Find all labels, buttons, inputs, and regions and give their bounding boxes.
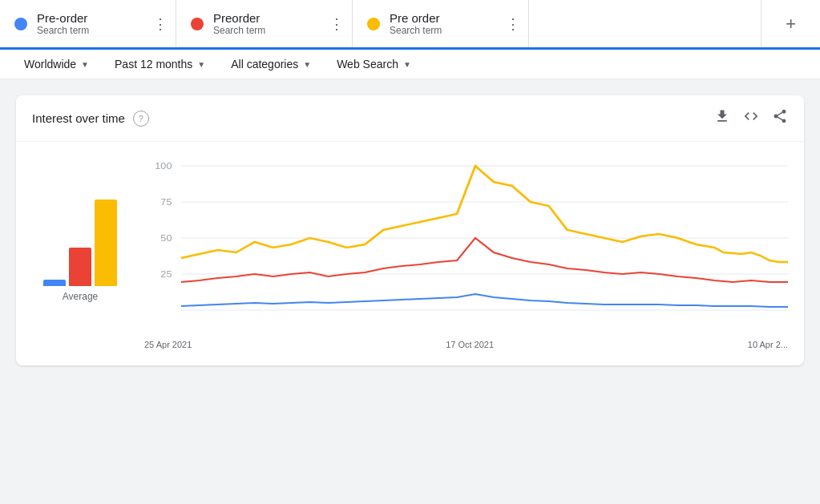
chevron-categories-icon: ▼ <box>303 60 311 69</box>
chart-header: Interest over time ? <box>16 95 804 142</box>
card-menu-1[interactable]: ⋮ <box>153 17 168 31</box>
help-icon[interactable]: ? <box>133 111 149 127</box>
dot-blue-1 <box>14 18 27 30</box>
filters-bar: Worldwide ▼ Past 12 months ▼ All categor… <box>0 50 820 79</box>
filter-worldwide-button[interactable]: Worldwide ▼ <box>13 50 100 79</box>
filter-time-button[interactable]: Past 12 months ▼ <box>103 50 216 79</box>
main-content: Interest over time ? <box>0 79 820 381</box>
download-icon[interactable] <box>714 108 730 128</box>
line-chart-section: 100 75 50 25 25 Apr 2021 17 Oct 2021 10 … <box>144 158 788 349</box>
card-spacer <box>529 0 761 47</box>
chart-actions <box>714 108 788 128</box>
svg-text:25: 25 <box>160 269 172 280</box>
x-axis-labels: 25 Apr 2021 17 Oct 2021 10 Apr 2... <box>144 337 788 349</box>
share-icon[interactable] <box>772 108 788 128</box>
card-menu-3[interactable]: ⋮ <box>506 17 520 31</box>
card-title-1: Pre-order <box>37 11 89 25</box>
card-text-3: Pre order Search term <box>390 11 442 36</box>
card-sub-3: Search term <box>390 25 442 36</box>
chevron-search-icon: ▼ <box>403 60 411 69</box>
bar-yellow <box>95 200 117 286</box>
card-sub-1: Search term <box>37 25 89 36</box>
average-label: Average <box>63 291 98 302</box>
search-term-card-3[interactable]: Pre order Search term ⋮ <box>353 0 529 47</box>
filter-categories-button[interactable]: All categories ▼ <box>220 50 322 79</box>
card-text-2: Preorder Search term <box>213 11 265 36</box>
bars-container <box>43 158 117 286</box>
filter-search-button[interactable]: Web Search ▼ <box>325 50 422 79</box>
search-term-card-2[interactable]: Preorder Search term ⋮ <box>176 0 353 47</box>
line-chart-svg: 100 75 50 25 <box>144 158 788 334</box>
svg-text:75: 75 <box>160 197 172 208</box>
chart-body: Average 100 75 50 25 <box>16 142 804 365</box>
x-label-start: 25 Apr 2021 <box>144 340 192 349</box>
dot-red-2 <box>191 18 204 30</box>
card-text-1: Pre-order Search term <box>37 11 89 36</box>
add-term-button[interactable]: + <box>761 0 820 47</box>
chart-title-area: Interest over time ? <box>32 111 149 127</box>
svg-text:100: 100 <box>155 161 172 171</box>
chevron-time-icon: ▼ <box>197 60 205 69</box>
bar-blue <box>43 280 66 286</box>
card-sub-2: Search term <box>213 25 265 36</box>
filter-time-label: Past 12 months <box>115 58 192 71</box>
filter-search-label: Web Search <box>337 58 398 71</box>
card-title-2: Preorder <box>213 11 265 25</box>
filter-categories-label: All categories <box>231 58 298 71</box>
x-label-mid: 17 Oct 2021 <box>446 340 494 349</box>
card-title-3: Pre order <box>390 11 442 25</box>
average-bar-section: Average <box>32 158 128 349</box>
search-term-card-1[interactable]: Pre-order Search term ⋮ <box>0 0 176 47</box>
card-menu-2[interactable]: ⋮ <box>329 17 344 31</box>
chart-title: Interest over time <box>32 111 125 125</box>
bar-red <box>69 248 91 286</box>
filter-worldwide-label: Worldwide <box>24 58 76 71</box>
embed-icon[interactable] <box>743 108 759 128</box>
dot-yellow-3 <box>367 18 380 30</box>
x-label-end: 10 Apr 2... <box>748 340 788 349</box>
chevron-worldwide-icon: ▼ <box>81 60 89 69</box>
interest-over-time-card: Interest over time ? <box>16 95 804 365</box>
svg-text:50: 50 <box>160 233 172 244</box>
search-terms-bar: Pre-order Search term ⋮ Preorder Search … <box>0 0 820 50</box>
